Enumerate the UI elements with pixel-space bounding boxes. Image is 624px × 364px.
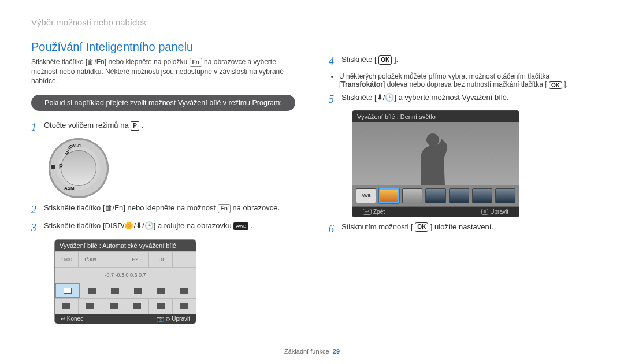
camera-panel-settings: Vyvážení bílé : Automatické vyvážení bíl… (54, 239, 196, 324)
foot-left-text: Zpět (373, 209, 385, 215)
note-d: ]. (564, 80, 568, 88)
cell (150, 283, 173, 298)
awb-badge: AWB (233, 222, 248, 230)
cell: 1600 (55, 252, 78, 267)
footer-label: Základní funkce (284, 348, 329, 355)
camera-panel-head: Vyvážení bílé : Denní světlo (352, 111, 519, 122)
cell (102, 252, 125, 267)
note-block: U některých položek můžete přímo vybrat … (329, 72, 593, 88)
step-text: Stisknutím možnosti [ (341, 222, 413, 231)
step-num: 3 (31, 221, 39, 235)
note-item: U některých položek můžete přímo vybrat … (339, 72, 593, 88)
step-text: Stiskněte [ (341, 55, 377, 64)
cell-active-awb (55, 283, 80, 298)
step-num: 5 (329, 92, 337, 107)
step-num: 4 (329, 54, 337, 69)
dial-label-p: P (59, 164, 63, 170)
camera-panel-wb: Vyvážení bílé : Denní světlo AWB (352, 110, 519, 217)
ok-icon: OK (415, 222, 428, 232)
step-3: 3 Stiskněte tlačítko [DISP/🌼/⬇/🕒] a rolu… (31, 221, 295, 235)
mode-dial: WI-FI AUTO P ASM (49, 138, 109, 198)
cell: 1/30s (78, 252, 102, 267)
note-a: U některých položek můžete přímo vybrat … (339, 72, 549, 80)
thumb-cloudy (402, 188, 422, 203)
step-2: 2 Stiskněte tlačítko [🗑/Fn] nebo klepnět… (31, 203, 295, 217)
foot-right-text: Upravit (490, 209, 508, 215)
ok-icon: OK (378, 55, 392, 65)
example-pill: Pokud si například přejete zvolit možnos… (31, 95, 295, 111)
cell (102, 299, 125, 314)
wb-thumbs: AWB (352, 185, 519, 207)
cell (172, 252, 196, 267)
step-text: Stiskněte tlačítko [🗑/Fn] nebo klepněte … (44, 203, 218, 212)
cell (127, 283, 150, 298)
p-mode-icon: P (131, 121, 139, 131)
step-6: 6 Stisknutím možnosti [ OK ] uložíte nas… (329, 222, 593, 236)
right-column: 4 Stiskněte [ OK ]. U některých položek … (329, 40, 593, 326)
dial-indicator-dot (51, 165, 55, 169)
silhouette-icon (416, 133, 450, 185)
step-5: 5 Stiskněte [⬇/🕒] a vyberte možnost Vyvá… (329, 92, 593, 107)
step-text: Stiskněte [⬇/🕒] a vyberte možnost Vyváže… (341, 93, 509, 102)
thumb-option (425, 188, 445, 203)
cell (103, 283, 126, 298)
step-text-b: ]. (394, 55, 398, 64)
page-header: Výběr možností nebo nabídek (31, 17, 593, 27)
back-key-icon: ↩ (363, 209, 372, 215)
cell: F2.8 (125, 252, 148, 267)
dial-label-asm: ASM (64, 185, 75, 191)
cell (80, 283, 103, 298)
cell (125, 299, 148, 314)
intro-a: Stiskněte tlačítko [🗑/Fn] nebo klepněte … (31, 58, 190, 66)
step-text: Otočte voličem režimů na (44, 121, 131, 129)
panel-foot-left: ↩ Konec (61, 315, 83, 322)
panel-foot-left: ↩ ↩ Zpět Zpět (363, 209, 385, 215)
cell: ±0 (148, 252, 172, 267)
fn-badge: Fn (218, 204, 231, 213)
step-text-b: . (251, 221, 253, 230)
note-c: doleva nebo doprava bez nutnosti mačkání… (387, 80, 547, 88)
camera-panel-head: Vyvážení bílé : Automatické vyvážení bíl… (55, 240, 196, 251)
menu-key-icon: ≡ (481, 209, 489, 215)
note-bold: Transfokátor (341, 80, 383, 88)
svg-point-0 (426, 133, 439, 146)
ev-scale: -0.7 -0.3 0 0.3 0.7 (55, 268, 196, 283)
section-title: Používání Inteligentního panelu (31, 40, 295, 54)
cell (173, 283, 196, 298)
page-number: 29 (333, 348, 340, 355)
intro-text: Stiskněte tlačítko [🗑/Fn] nebo klepněte … (31, 57, 295, 86)
thumb-awb: AWB (356, 188, 376, 203)
step-4: 4 Stiskněte [ OK ]. (329, 54, 593, 69)
thumb-daylight-selected (379, 188, 399, 203)
panel-foot-right: 📷 ⚙ Upravit (157, 315, 190, 322)
step-num: 2 (31, 203, 39, 217)
thumb-option (495, 188, 515, 203)
thumb-option (449, 188, 469, 203)
step-1: 1 Otočte voličem režimů na P . (31, 120, 295, 135)
awb-label: AWB (361, 194, 370, 198)
step-text-b: . (142, 121, 144, 129)
thumb-option (472, 188, 492, 203)
step-text-b: na obrazovce. (232, 203, 280, 212)
cell (55, 299, 78, 314)
rule (31, 32, 593, 32)
left-column: Používání Inteligentního panelu Stisknět… (31, 40, 295, 326)
page-footer: Základní funkce 29 (0, 348, 624, 355)
panel-foot-right: ≡ Upravit (481, 209, 508, 215)
step-text-b: ] uložíte nastavení. (430, 222, 493, 231)
dial-center (61, 150, 96, 186)
camera-scene (352, 122, 519, 185)
step-num: 6 (329, 222, 337, 236)
ok-icon: OK (549, 81, 562, 89)
step-num: 1 (31, 120, 39, 135)
fn-badge: Fn (190, 58, 202, 67)
cell (148, 299, 172, 314)
cell (78, 299, 102, 314)
step-text: Stiskněte tlačítko [DISP/🌼/⬇/🕒] a rolujt… (44, 221, 233, 230)
cell (172, 299, 196, 314)
